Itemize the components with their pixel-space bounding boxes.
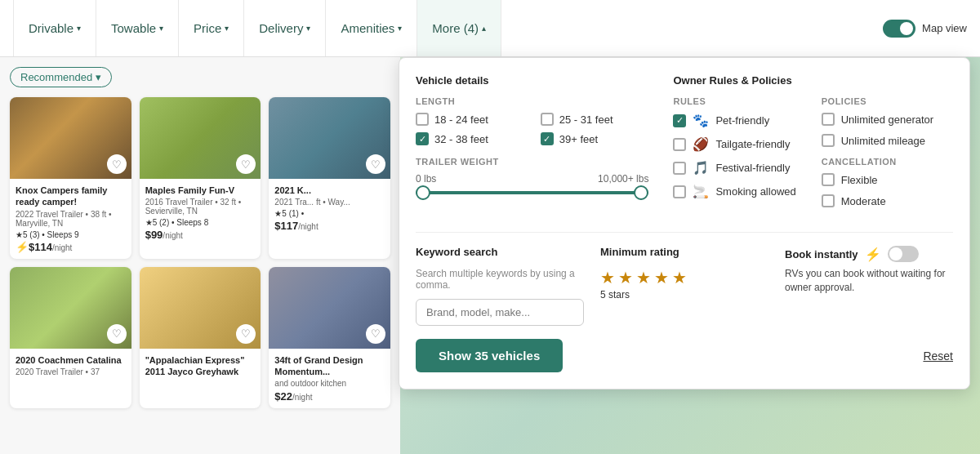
rule-item[interactable]: ✓ 🐾 Pet-friendly <box>673 113 804 128</box>
favorite-button[interactable]: ♡ <box>236 154 256 174</box>
length-checkbox-item[interactable]: ✓ 39+ feet <box>541 132 649 145</box>
book-instantly-desc: RVs you can book without waiting for own… <box>785 267 953 295</box>
checkbox[interactable] <box>822 194 835 207</box>
length-checkbox-item[interactable]: ✓ 32 - 38 feet <box>416 132 524 145</box>
favorite-button[interactable]: ♡ <box>366 154 385 174</box>
card-title: Maples Family Fun-V <box>145 185 256 196</box>
checkbox[interactable] <box>673 162 686 175</box>
map-view-switch[interactable] <box>883 20 915 38</box>
rule-item[interactable]: 🚬 Smoking allowed <box>673 184 804 199</box>
cancellation-label: Flexible <box>841 174 878 186</box>
card-title: 34ft of Grand Design Momentum... <box>274 354 385 378</box>
checkbox-label: 25 - 31 feet <box>559 114 613 126</box>
stars-row[interactable]: ★ ★ ★ ★ ★ <box>600 268 768 287</box>
owner-rules-section: Owner Rules & Policies RULES ✓ 🐾 Pet-fri… <box>673 74 953 216</box>
listing-card[interactable]: ♡ 2021 K... 2021 Tra... ft • Way... ★5 (… <box>269 97 390 259</box>
listing-card[interactable]: ♡ Maples Family Fun-V 2016 Travel Traile… <box>140 97 261 259</box>
keyword-search-sub: Search multiple keywords by using a comm… <box>416 268 584 291</box>
listing-card[interactable]: ♡ 2020 Coachmen Catalina 2020 Travel Tra… <box>10 267 131 409</box>
listings-panel: Recommended ▾ ♡ Knox Campers family read… <box>0 57 400 454</box>
book-col: Book instantly ⚡ RVs you can book withou… <box>785 246 953 326</box>
chevron-down-icon: ▾ <box>77 24 81 33</box>
listing-card[interactable]: ♡ 34ft of Grand Design Momentum... and o… <box>269 267 390 409</box>
star-2[interactable]: ★ <box>618 268 633 287</box>
favorite-button[interactable]: ♡ <box>366 324 385 344</box>
nav-price[interactable]: Price ▾ <box>179 0 244 56</box>
show-vehicles-button[interactable]: Show 35 vehicles <box>416 339 563 372</box>
card-rating: ★5 (1) • <box>274 209 385 218</box>
filter-bar: Recommended ▾ <box>10 67 390 87</box>
star-5[interactable]: ★ <box>672 268 687 287</box>
vehicle-details-section: Vehicle details LENGTH 18 - 24 feet 25 -… <box>416 74 648 216</box>
reset-button[interactable]: Reset <box>923 349 953 363</box>
checkbox[interactable]: ✓ <box>416 132 429 145</box>
cancellation-label: Moderate <box>841 195 886 207</box>
bottom-section: Keyword search Search multiple keywords … <box>416 232 953 326</box>
rules-label: RULES <box>673 96 804 106</box>
nav-towable-label: Towable <box>111 21 156 35</box>
nav-drivable-label: Drivable <box>29 21 74 35</box>
card-subtitle: and outdoor kitchen <box>274 379 385 388</box>
nav-more[interactable]: More (4) ▴ <box>417 0 501 56</box>
recommended-label: Recommended <box>20 71 92 83</box>
checkbox[interactable] <box>822 134 835 147</box>
top-nav: Drivable ▾ Towable ▾ Price ▾ Delivery ▾ … <box>0 0 980 57</box>
nav-delivery[interactable]: Delivery ▾ <box>244 0 326 56</box>
book-instantly-toggle[interactable] <box>888 246 919 262</box>
keyword-search-input[interactable] <box>416 299 584 326</box>
card-image: ♡ <box>140 267 261 349</box>
nav-drivable[interactable]: Drivable ▾ <box>13 0 96 56</box>
slider-thumb-left[interactable] <box>416 185 430 200</box>
checkbox[interactable] <box>822 173 835 186</box>
checkbox[interactable] <box>416 113 429 126</box>
checkbox[interactable] <box>673 185 686 198</box>
map-view-toggle[interactable]: Map view <box>883 20 967 38</box>
favorite-button[interactable]: ♡ <box>107 154 127 174</box>
slider-track[interactable] <box>416 191 648 194</box>
checkbox[interactable]: ✓ <box>673 114 686 127</box>
card-image: ♡ <box>140 97 261 179</box>
nav-more-label: More (4) <box>432 21 479 35</box>
star-1[interactable]: ★ <box>600 268 615 287</box>
cancellation-item[interactable]: Flexible <box>822 173 953 186</box>
checkbox-label: 39+ feet <box>559 133 598 145</box>
star-4[interactable]: ★ <box>654 268 669 287</box>
nav-towable[interactable]: Towable ▾ <box>96 0 179 56</box>
rule-item[interactable]: 🎵 Festival-friendly <box>673 160 804 176</box>
length-checkbox-item[interactable]: 18 - 24 feet <box>416 113 524 126</box>
checkbox-label: 32 - 38 feet <box>434 133 488 145</box>
favorite-button[interactable]: ♡ <box>236 324 256 344</box>
star-3[interactable]: ★ <box>636 268 651 287</box>
favorite-button[interactable]: ♡ <box>107 324 127 344</box>
main-area: Recommended ▾ ♡ Knox Campers family read… <box>0 57 980 454</box>
checkbox[interactable] <box>673 138 686 151</box>
book-header: Book instantly ⚡ <box>785 246 953 262</box>
policy-label: Unlimited mileage <box>841 135 925 147</box>
policies-list: Unlimited generator Unlimited mileage <box>822 113 953 147</box>
policy-item[interactable]: Unlimited mileage <box>822 134 953 147</box>
listing-card[interactable]: ♡ Knox Campers family ready camper! 2022… <box>10 97 131 259</box>
checkbox-label: 18 - 24 feet <box>434 114 488 126</box>
chevron-up-icon: ▴ <box>482 24 486 33</box>
chevron-down-icon: ▾ <box>398 24 402 33</box>
length-checkbox-item[interactable]: 25 - 31 feet <box>541 113 649 126</box>
policy-item[interactable]: Unlimited generator <box>822 113 953 126</box>
card-title: 2021 K... <box>274 185 385 196</box>
keyword-col: Keyword search Search multiple keywords … <box>416 246 584 326</box>
rules-col: RULES ✓ 🐾 Pet-friendly 🏈 Tailgate-friend… <box>673 96 804 216</box>
recommended-dropdown[interactable]: Recommended ▾ <box>10 67 112 87</box>
cancellation-item[interactable]: Moderate <box>822 194 953 207</box>
rules-columns: RULES ✓ 🐾 Pet-friendly 🏈 Tailgate-friend… <box>673 96 953 216</box>
listing-card[interactable]: ♡ "Appalachian Express" 2011 Jayco Greyh… <box>140 267 261 409</box>
slider-thumb-right[interactable] <box>634 185 648 200</box>
checkbox[interactable] <box>822 113 835 126</box>
length-checkboxes: 18 - 24 feet 25 - 31 feet ✓ 32 - 38 feet… <box>416 113 648 145</box>
checkbox[interactable] <box>541 113 554 126</box>
card-image: ♡ <box>10 267 131 349</box>
rule-item[interactable]: 🏈 Tailgate-friendly <box>673 136 804 152</box>
chevron-down-icon: ▾ <box>306 24 310 33</box>
checkbox[interactable]: ✓ <box>541 132 554 145</box>
weight-slider[interactable]: 0 lbs 10,000+ lbs <box>416 173 648 194</box>
nav-amenities[interactable]: Amenities ▾ <box>326 0 417 56</box>
panel-columns: Vehicle details LENGTH 18 - 24 feet 25 -… <box>416 74 953 216</box>
